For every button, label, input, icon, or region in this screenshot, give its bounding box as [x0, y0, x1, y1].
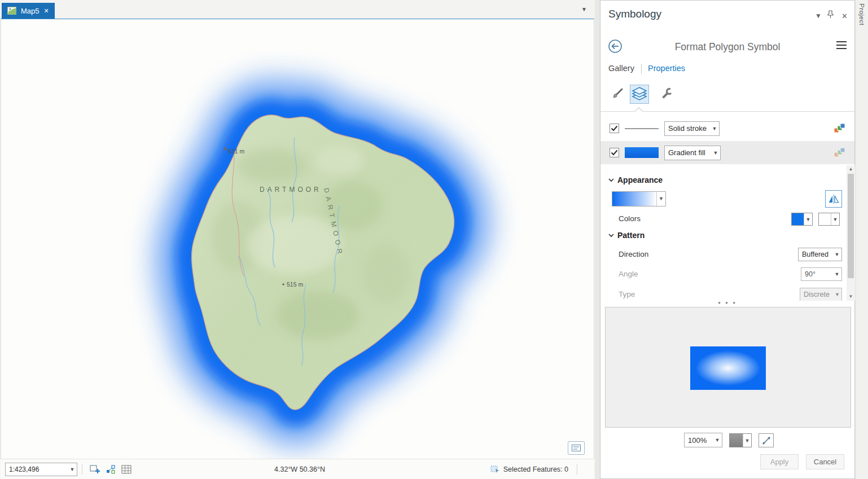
fill-type-combo[interactable]: Gradient fill ▼	[664, 146, 721, 160]
layers-mode-button[interactable]	[630, 85, 649, 104]
map-tab-label: Map5	[21, 7, 40, 15]
panel-title: Symbology	[608, 8, 661, 20]
pattern-section-header[interactable]: Pattern	[608, 231, 645, 240]
scale-caret-icon: ▼	[68, 467, 77, 472]
gradient-scheme-combo[interactable]: ▼	[612, 191, 666, 206]
gradient-scheme-swatch	[612, 192, 656, 206]
tab-gallery[interactable]: Gallery	[608, 64, 634, 73]
panel-close-icon[interactable]: ✕	[841, 12, 848, 20]
symbology-panel: Symbology ▼ ✕ Format Polygon Symbol Gall…	[600, 0, 855, 479]
grid-button[interactable]	[120, 464, 133, 475]
cancel-button[interactable]: Cancel	[806, 454, 844, 469]
back-arrow-icon	[607, 38, 623, 54]
mirror-gradient-button[interactable]	[825, 190, 842, 208]
direction-value: Buffered	[799, 251, 832, 258]
preview-background-combo[interactable]: ▼	[729, 433, 752, 447]
apply-button[interactable]: Apply	[760, 454, 799, 469]
map-elevation-1: 621 m	[228, 148, 244, 155]
structure-mode-button[interactable]	[657, 85, 676, 104]
gradient-core	[690, 346, 766, 390]
scroll-up-icon[interactable]: ▲	[847, 165, 855, 173]
map-scale-combo[interactable]: 1:423,496 ▼	[5, 463, 77, 476]
view-list-caret-icon[interactable]: ▼	[581, 6, 587, 12]
appearance-section-label: Appearance	[617, 175, 663, 184]
layer-enabled-checkbox[interactable]	[610, 148, 619, 157]
tab-close-icon[interactable]: ✕	[44, 7, 49, 15]
type-value: Discrete	[800, 291, 833, 298]
type-label: Type	[619, 290, 635, 298]
symbol-layer-row-selected[interactable]: Gradient fill ▼	[600, 141, 854, 164]
angle-label: Angle	[619, 270, 638, 278]
notification-list-icon	[572, 445, 581, 451]
selected-features-label[interactable]: Selected Features: 0	[503, 465, 568, 473]
collapsed-pane-strip: Project	[856, 0, 868, 479]
hamburger-menu-button[interactable]	[836, 41, 847, 49]
panel-splitter-handle[interactable]: ● ● ●	[600, 300, 854, 306]
properties-scroll-area: Appearance ▼ Colors ▼ ▼ Pattern	[600, 165, 856, 301]
direction-combo[interactable]: Buffered ▼	[798, 248, 842, 261]
colors-label: Colors	[619, 214, 641, 223]
map-scale-value: 1:423,496	[6, 465, 68, 473]
view-tab-strip: Map5 ✕ ▼	[0, 0, 595, 19]
symbol-preview	[690, 346, 766, 390]
type-combo[interactable]: Discrete ▼	[800, 288, 842, 301]
checkmark-icon	[610, 148, 619, 157]
symbol-preview-box	[605, 307, 851, 428]
paintbrush-mode-button[interactable]	[607, 85, 626, 104]
color1-swatch	[792, 213, 804, 225]
combo-caret-icon: ▼	[832, 252, 841, 257]
status-popup-button[interactable]	[568, 441, 585, 455]
statusbar-separator	[577, 464, 577, 474]
stroke-type-value: Solid stroke	[665, 124, 710, 133]
preview-background-swatch	[730, 434, 743, 447]
checkmark-icon	[610, 124, 619, 133]
color2-combo[interactable]: ▼	[818, 213, 840, 226]
editor-icon	[90, 464, 100, 474]
symbol-layer-row[interactable]: Solid stroke ▼	[600, 117, 854, 140]
map-tab[interactable]: Map5 ✕	[2, 3, 55, 19]
pin-icon[interactable]	[827, 10, 834, 20]
preview-zoom-combo[interactable]: 100% ▼	[684, 433, 722, 447]
wrench-icon	[659, 87, 674, 102]
fill-type-value: Gradient fill	[665, 148, 711, 157]
project-pane-tab[interactable]: Project	[858, 0, 865, 25]
scrollbar-thumb[interactable]	[848, 174, 854, 278]
statusbar-separator	[82, 464, 82, 474]
scale-preview-button[interactable]	[759, 433, 774, 447]
appearance-section-header[interactable]: Appearance	[608, 175, 663, 184]
editor-button[interactable]	[89, 464, 101, 475]
elevation-dot-icon	[282, 283, 284, 285]
snapping-button[interactable]	[104, 464, 117, 475]
map-status-bar: 1:423,496 ▼	[1, 459, 594, 479]
layer-structure-icon[interactable]	[833, 122, 845, 135]
mirror-icon	[827, 194, 840, 204]
back-button[interactable]	[607, 38, 623, 54]
panel-heading: Format Polygon Symbol	[634, 41, 821, 53]
combo-caret-icon: ▼	[832, 271, 841, 277]
angle-combo[interactable]: 90° ▼	[801, 267, 842, 281]
layer-enabled-checkbox[interactable]	[610, 124, 619, 133]
combo-caret-icon: ▼	[710, 126, 719, 131]
layer-structure-icon[interactable]	[833, 147, 845, 159]
stroke-type-combo[interactable]: Solid stroke ▼	[664, 121, 720, 136]
map-canvas[interactable]: DARTMOOR DARTMOOR 621 m 515 m	[1, 19, 594, 459]
mode-selected-notch	[635, 107, 643, 115]
map-render: DARTMOOR DARTMOOR 621 m 515 m	[1, 19, 594, 459]
combo-caret-icon: ▼	[713, 437, 722, 443]
pattern-section-label: Pattern	[617, 231, 645, 240]
vertical-scrollbar[interactable]: ▲ ▼	[847, 165, 855, 301]
combo-caret-icon: ▼	[833, 292, 841, 297]
chevron-down-icon	[608, 232, 614, 238]
tab-properties[interactable]: Properties	[648, 64, 685, 73]
map-thumbnail-icon	[7, 7, 16, 15]
layers-icon	[631, 86, 648, 102]
angle-value: 90°	[801, 270, 832, 278]
combo-caret-icon: ▼	[711, 150, 720, 156]
grid-icon	[121, 465, 131, 474]
combo-caret-icon: ▼	[656, 192, 665, 206]
fill-sample	[625, 147, 659, 158]
stroke-sample	[625, 128, 659, 129]
preview-zoom-value: 100%	[685, 436, 713, 445]
panel-menu-caret-icon[interactable]: ▼	[815, 12, 822, 20]
color1-combo[interactable]: ▼	[791, 213, 813, 226]
